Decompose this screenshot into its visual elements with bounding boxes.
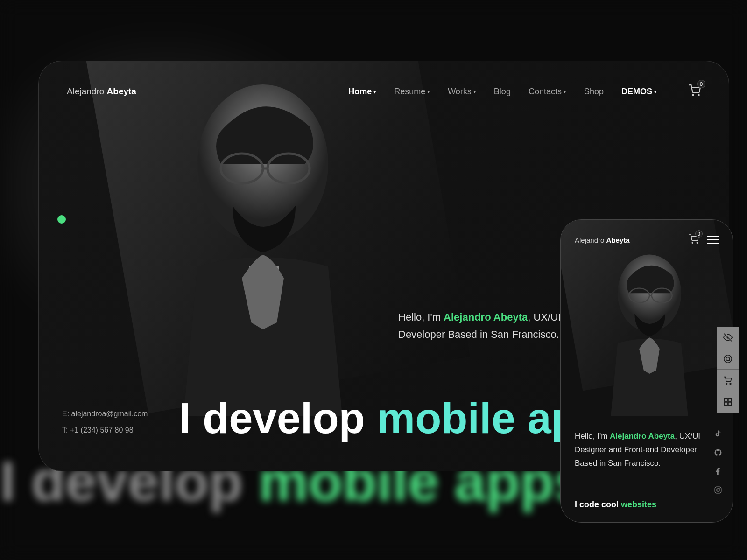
nav-works[interactable]: Works▾ <box>448 87 476 97</box>
cart-badge: 0 <box>697 80 705 88</box>
svg-point-18 <box>730 383 731 384</box>
chevron-down-icon: ▾ <box>374 89 376 95</box>
grid-icon <box>723 397 733 407</box>
svg-rect-20 <box>728 399 731 401</box>
mobile-cart-button[interactable]: 0 <box>689 234 699 246</box>
mobile-intro-text: Hello, I'm Alejandro Abeyta, UX/UI Desig… <box>575 430 705 470</box>
hero-portrait <box>141 70 384 416</box>
tiktok-icon[interactable] <box>714 430 722 438</box>
visibility-tool[interactable] <box>717 327 739 348</box>
nav-resume[interactable]: Resume▾ <box>394 87 430 97</box>
header: Alejandro Abeyta Home▾ Resume▾ Works▾ Bl… <box>39 84 729 98</box>
svg-point-17 <box>726 383 727 384</box>
github-icon[interactable] <box>714 448 722 457</box>
instagram-icon[interactable] <box>714 486 722 494</box>
cart-button[interactable]: 0 <box>689 84 701 98</box>
chevron-down-icon: ▾ <box>473 89 476 95</box>
contact-block: E: alejandroa@gmail.com T: +1 (234) 567 … <box>62 406 148 438</box>
mobile-preview-frame: Alejandro Abeyta 0 Hello, I'm Alejandro … <box>560 219 733 523</box>
side-tool-strip <box>717 327 739 413</box>
mobile-cart-badge: 0 <box>695 230 703 238</box>
mobile-hero-portrait <box>579 248 719 416</box>
cart-tool[interactable] <box>717 370 739 391</box>
chevron-down-icon: ▾ <box>564 89 566 95</box>
contact-email[interactable]: E: alejandroa@gmail.com <box>62 406 148 422</box>
nav-blog[interactable]: Blog <box>494 87 511 97</box>
nav-demos[interactable]: DEMOS▾ <box>621 87 657 97</box>
chevron-down-icon: ▾ <box>427 89 430 95</box>
mobile-header: Alejandro Abeyta 0 <box>575 234 719 246</box>
svg-point-5 <box>698 95 699 96</box>
lifebuoy-icon <box>723 354 733 364</box>
svg-rect-19 <box>725 399 727 401</box>
support-tool[interactable] <box>717 348 739 370</box>
svg-point-4 <box>693 95 694 96</box>
facebook-icon[interactable] <box>714 467 722 476</box>
nav-home[interactable]: Home▾ <box>348 87 376 97</box>
mobile-social-links <box>714 430 722 494</box>
cart-icon <box>723 375 733 385</box>
main-nav: Home▾ Resume▾ Works▾ Blog Contacts▾ Shop… <box>348 84 701 98</box>
svg-point-10 <box>692 242 693 243</box>
grid-tool[interactable] <box>717 391 739 413</box>
nav-contacts[interactable]: Contacts▾ <box>529 87 566 97</box>
hamburger-icon <box>707 236 719 237</box>
eye-off-icon <box>723 332 733 343</box>
svg-point-13 <box>717 489 719 491</box>
brand-logo[interactable]: Alejandro Abeyta <box>67 86 136 97</box>
contact-phone[interactable]: T: +1 (234) 567 80 98 <box>62 422 148 438</box>
brand-last: Abeyta <box>107 86 136 96</box>
svg-rect-21 <box>725 402 727 405</box>
svg-rect-22 <box>728 402 731 405</box>
mobile-headline: I code cool websites <box>575 500 656 510</box>
intro-name: Alejandro Abeyta <box>444 311 528 323</box>
svg-point-11 <box>697 242 698 243</box>
chevron-down-icon: ▾ <box>654 89 657 95</box>
mobile-brand-logo[interactable]: Alejandro Abeyta <box>575 236 630 244</box>
brand-first: Alejandro <box>67 86 104 96</box>
svg-point-16 <box>726 357 729 360</box>
svg-point-14 <box>719 488 720 489</box>
headline-a: I develop <box>179 394 377 442</box>
nav-shop[interactable]: Shop <box>584 87 604 97</box>
hamburger-menu-button[interactable] <box>707 236 719 244</box>
accent-dot <box>57 215 66 224</box>
